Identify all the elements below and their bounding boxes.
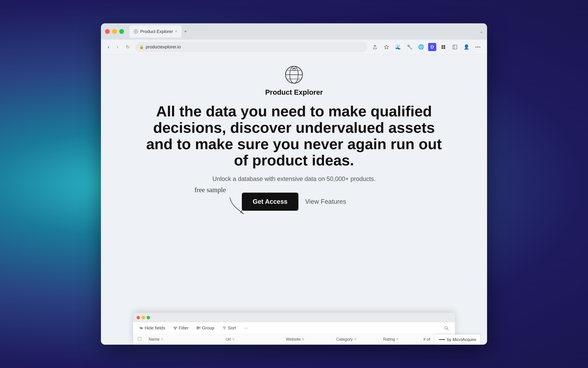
th-category-sort-icon[interactable]: ⇅	[354, 337, 357, 341]
svg-point-9	[476, 46, 477, 47]
search-button[interactable]	[442, 324, 451, 332]
header-checkbox-icon	[137, 337, 142, 341]
filter-icon	[173, 326, 177, 330]
star-icon	[384, 45, 389, 50]
lock-icon: 🔒	[139, 45, 144, 49]
hide-fields-icon	[139, 326, 143, 330]
svg-point-24	[445, 326, 447, 329]
extension-button-3[interactable]: 🌐	[417, 43, 425, 51]
mini-maximize-dot	[147, 316, 150, 319]
free-sample-annotation: free sample	[194, 186, 226, 194]
th-category: Category ⇅	[333, 337, 380, 342]
active-tab[interactable]: Product Explorer ×	[129, 25, 181, 37]
tab-close-button[interactable]: ×	[175, 29, 177, 34]
tab-favicon-icon	[134, 29, 138, 34]
sort-icon	[222, 326, 226, 330]
svg-marker-2	[385, 45, 388, 49]
brand-name: Product Explorer	[265, 88, 323, 96]
svg-rect-4	[443, 45, 445, 47]
share-button[interactable]	[371, 43, 379, 51]
svg-rect-6	[443, 47, 445, 49]
svg-rect-21	[197, 327, 198, 328]
group-icon	[197, 326, 201, 330]
reload-button[interactable]: ↻	[124, 43, 132, 51]
sidebar-toggle-button[interactable]	[451, 43, 459, 51]
table-toolbar: Hide fields Filter Group	[133, 322, 455, 334]
url-text: productexplorer.io	[146, 44, 181, 50]
svg-point-11	[479, 46, 480, 47]
share-icon	[372, 45, 377, 50]
title-bar: Product Explorer × + ⌄	[101, 23, 487, 40]
filter-button[interactable]: Filter	[171, 324, 191, 332]
microacquire-line-icon	[439, 339, 445, 340]
traffic-lights	[105, 29, 124, 34]
th-rating-sort-icon[interactable]: ⇅	[396, 337, 399, 341]
more-options-button[interactable]: ···	[242, 324, 250, 332]
svg-rect-7	[453, 45, 457, 49]
puzzle-icon	[441, 45, 446, 49]
th-website: Website ⇅	[283, 337, 334, 342]
extensions-button[interactable]	[439, 43, 448, 51]
group-button[interactable]: Group	[195, 324, 216, 332]
svg-rect-22	[197, 328, 198, 329]
more-icon	[476, 46, 480, 47]
page-content: Product Explorer All the data you need t…	[101, 55, 487, 345]
nav-bar: ‹ › ↻ 🔒 productexplorer.io 🌊 🔧 🌐 D	[101, 40, 487, 55]
hide-fields-button[interactable]: Hide fields	[137, 324, 167, 332]
mini-minimize-dot	[142, 316, 145, 319]
sidebar-icon	[453, 45, 457, 49]
close-button[interactable]	[105, 29, 110, 34]
extension-button-2[interactable]: 🔧	[405, 43, 414, 51]
bookmark-button[interactable]	[382, 43, 391, 51]
mini-title-bar	[133, 313, 455, 322]
brand-logo-icon	[284, 64, 304, 85]
th-website-sort-icon[interactable]: ⇅	[302, 337, 305, 341]
svg-line-25	[447, 329, 448, 330]
view-features-button[interactable]: View Features	[305, 198, 346, 205]
cta-area: free sample Get Access View Features	[242, 193, 346, 211]
sort-button[interactable]: Sort	[220, 324, 238, 332]
microacquire-label: by MicroAcquire	[447, 337, 476, 342]
th-url: Url ⇅	[223, 337, 283, 342]
svg-rect-26	[138, 337, 141, 340]
maximize-button[interactable]	[119, 29, 124, 34]
new-tab-button[interactable]: +	[183, 27, 189, 36]
extension-d-button[interactable]: D	[428, 43, 436, 51]
th-name: Name ⇅	[146, 337, 223, 342]
mini-window: Hide fields Filter Group	[133, 313, 455, 345]
svg-rect-5	[442, 47, 443, 49]
nav-icons: 🌊 🔧 🌐 D 👤	[371, 43, 482, 51]
minimize-button[interactable]	[112, 29, 117, 34]
tab-title: Product Explorer	[140, 29, 173, 34]
svg-rect-23	[199, 327, 200, 328]
hero-subtext: Unlock a database with extensive data on…	[212, 175, 376, 183]
hero-headline: All the data you need to make qualified …	[142, 103, 446, 169]
forward-button[interactable]: ›	[115, 43, 120, 51]
table-header: Name ⇅ Url ⇅ Website ⇅ Category ⇅ Rating	[133, 334, 455, 345]
svg-rect-3	[442, 45, 443, 47]
svg-point-10	[477, 46, 478, 47]
tab-dropdown[interactable]: ⌄	[480, 29, 483, 34]
extension-button-1[interactable]: 🌊	[394, 43, 402, 51]
menu-button[interactable]	[473, 43, 482, 51]
back-button[interactable]: ‹	[106, 43, 111, 51]
tab-bar: Product Explorer × + ⌄	[129, 25, 483, 37]
th-name-sort-icon[interactable]: ⇅	[161, 337, 164, 341]
arrow-annotation-icon	[228, 196, 249, 216]
get-access-button[interactable]: Get Access	[242, 193, 299, 211]
address-bar[interactable]: 🔒 productexplorer.io	[135, 42, 367, 52]
mini-close-dot	[136, 316, 140, 319]
logo-area: Product Explorer	[265, 64, 323, 96]
browser-window: Product Explorer × + ⌄ ‹ › ↻ 🔒 productex…	[101, 23, 487, 345]
th-rating: Rating ⇅	[380, 337, 421, 342]
microacquire-badge: by MicroAcquire	[435, 334, 480, 345]
profile-button[interactable]: 👤	[462, 43, 471, 51]
search-icon	[444, 326, 449, 331]
th-checkbox[interactable]	[137, 337, 146, 342]
th-url-sort-icon[interactable]: ⇅	[232, 337, 235, 341]
